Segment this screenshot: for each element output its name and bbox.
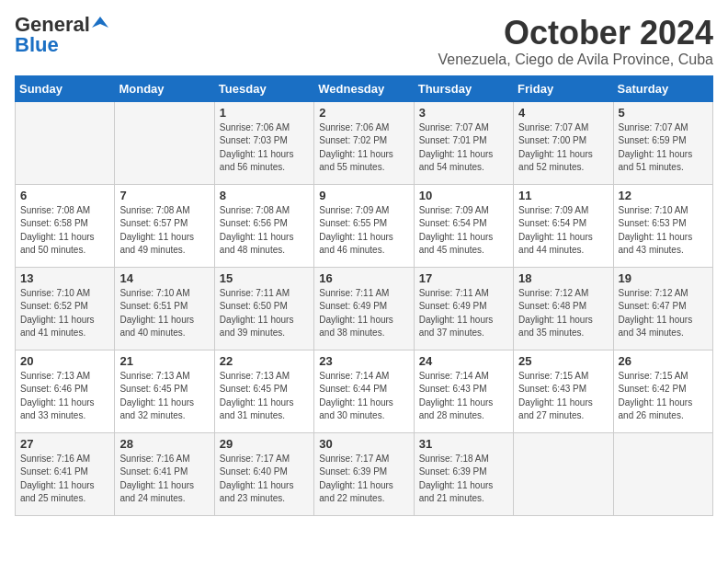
day-number: 11	[518, 189, 608, 202]
cell-info: Sunrise: 7:08 AMSunset: 6:58 PMDaylight:…	[20, 204, 109, 258]
cell-info: Sunrise: 7:14 AMSunset: 6:43 PMDaylight:…	[419, 370, 508, 423]
cell-info: Sunrise: 7:12 AMSunset: 6:48 PMDaylight:…	[518, 287, 608, 340]
day-number: 15	[220, 271, 309, 285]
title-area: October 2024 Venezuela, Ciego de Avila P…	[438, 15, 713, 68]
day-number: 9	[319, 189, 408, 202]
cell-info: Sunrise: 7:08 AMSunset: 6:57 PMDaylight:…	[119, 204, 209, 258]
header: General Blue October 2024 Venezuela, Cie…	[15, 15, 713, 68]
calendar-cell: 23Sunrise: 7:14 AMSunset: 6:44 PMDayligh…	[314, 350, 414, 432]
logo-general-text: General	[15, 15, 90, 35]
cell-info: Sunrise: 7:07 AMSunset: 6:59 PMDaylight:…	[619, 121, 708, 175]
calendar-cell: 22Sunrise: 7:13 AMSunset: 6:45 PMDayligh…	[214, 350, 313, 432]
day-number: 7	[119, 189, 209, 202]
cell-info: Sunrise: 7:13 AMSunset: 6:45 PMDaylight:…	[119, 370, 209, 423]
day-number: 1	[220, 106, 309, 120]
day-number: 28	[119, 437, 209, 451]
cell-info: Sunrise: 7:06 AMSunset: 7:03 PMDaylight:…	[220, 121, 309, 175]
calendar-cell: 13Sunrise: 7:10 AMSunset: 6:52 PMDayligh…	[16, 267, 115, 350]
cell-info: Sunrise: 7:10 AMSunset: 6:53 PMDaylight:…	[619, 204, 708, 258]
calendar-cell: 19Sunrise: 7:12 AMSunset: 6:47 PMDayligh…	[613, 267, 712, 350]
day-number: 10	[419, 189, 508, 202]
calendar-cell: 30Sunrise: 7:17 AMSunset: 6:39 PMDayligh…	[314, 432, 414, 515]
location-title: Venezuela, Ciego de Avila Province, Cuba	[438, 52, 713, 68]
calendar-cell: 8Sunrise: 7:08 AMSunset: 6:56 PMDaylight…	[214, 184, 313, 267]
day-number: 23	[319, 354, 408, 368]
calendar-cell: 26Sunrise: 7:15 AMSunset: 6:42 PMDayligh…	[613, 350, 712, 432]
day-of-week-header: Monday	[115, 75, 214, 101]
calendar-cell: 31Sunrise: 7:18 AMSunset: 6:39 PMDayligh…	[414, 432, 513, 515]
day-number: 3	[419, 106, 508, 120]
calendar-cell: 16Sunrise: 7:11 AMSunset: 6:49 PMDayligh…	[314, 267, 414, 350]
day-number: 5	[619, 106, 708, 120]
day-number: 13	[20, 271, 109, 285]
calendar-cell: 9Sunrise: 7:09 AMSunset: 6:55 PMDaylight…	[314, 184, 414, 267]
cell-info: Sunrise: 7:18 AMSunset: 6:39 PMDaylight:…	[419, 453, 508, 506]
calendar-week-row: 6Sunrise: 7:08 AMSunset: 6:58 PMDaylight…	[16, 184, 713, 267]
cell-info: Sunrise: 7:10 AMSunset: 6:51 PMDaylight:…	[119, 287, 209, 340]
calendar-cell: 24Sunrise: 7:14 AMSunset: 6:43 PMDayligh…	[414, 350, 513, 432]
calendar-cell: 17Sunrise: 7:11 AMSunset: 6:49 PMDayligh…	[414, 267, 513, 350]
cell-info: Sunrise: 7:15 AMSunset: 6:43 PMDaylight:…	[518, 370, 608, 423]
day-number: 20	[20, 354, 109, 368]
cell-info: Sunrise: 7:07 AMSunset: 7:00 PMDaylight:…	[518, 121, 608, 175]
day-number: 12	[619, 189, 708, 202]
calendar-week-row: 27Sunrise: 7:16 AMSunset: 6:41 PMDayligh…	[16, 432, 713, 515]
calendar-week-row: 20Sunrise: 7:13 AMSunset: 6:46 PMDayligh…	[16, 350, 713, 432]
calendar-cell: 6Sunrise: 7:08 AMSunset: 6:58 PMDaylight…	[16, 184, 115, 267]
logo-blue-text: Blue	[15, 35, 59, 55]
cell-info: Sunrise: 7:13 AMSunset: 6:45 PMDaylight:…	[220, 370, 309, 423]
calendar-cell: 5Sunrise: 7:07 AMSunset: 6:59 PMDaylight…	[613, 101, 712, 184]
calendar-cell: 25Sunrise: 7:15 AMSunset: 6:43 PMDayligh…	[514, 350, 613, 432]
day-number: 18	[518, 271, 608, 285]
cell-info: Sunrise: 7:11 AMSunset: 6:49 PMDaylight:…	[319, 287, 408, 340]
cell-info: Sunrise: 7:17 AMSunset: 6:40 PMDaylight:…	[220, 453, 309, 506]
day-number: 14	[119, 271, 209, 285]
calendar-cell: 11Sunrise: 7:09 AMSunset: 6:54 PMDayligh…	[514, 184, 613, 267]
calendar-cell: 29Sunrise: 7:17 AMSunset: 6:40 PMDayligh…	[214, 432, 313, 515]
day-number: 21	[119, 354, 209, 368]
calendar-cell: 4Sunrise: 7:07 AMSunset: 7:00 PMDaylight…	[514, 101, 613, 184]
cell-info: Sunrise: 7:11 AMSunset: 6:49 PMDaylight:…	[419, 287, 508, 340]
day-number: 19	[619, 271, 708, 285]
calendar-table: SundayMondayTuesdayWednesdayThursdayFrid…	[15, 75, 713, 516]
calendar-week-row: 13Sunrise: 7:10 AMSunset: 6:52 PMDayligh…	[16, 267, 713, 350]
calendar-cell: 15Sunrise: 7:11 AMSunset: 6:50 PMDayligh…	[214, 267, 313, 350]
calendar-cell: 1Sunrise: 7:06 AMSunset: 7:03 PMDaylight…	[214, 101, 313, 184]
day-number: 6	[20, 189, 109, 202]
calendar-cell	[514, 432, 613, 515]
day-of-week-header: Tuesday	[214, 75, 313, 101]
calendar-cell: 20Sunrise: 7:13 AMSunset: 6:46 PMDayligh…	[16, 350, 115, 432]
calendar-cell	[115, 101, 214, 184]
cell-info: Sunrise: 7:13 AMSunset: 6:46 PMDaylight:…	[20, 370, 109, 423]
logo-bird-icon	[92, 15, 108, 31]
calendar-week-row: 1Sunrise: 7:06 AMSunset: 7:03 PMDaylight…	[16, 101, 713, 184]
cell-info: Sunrise: 7:09 AMSunset: 6:55 PMDaylight:…	[319, 204, 408, 258]
calendar-header-row: SundayMondayTuesdayWednesdayThursdayFrid…	[16, 75, 713, 101]
cell-info: Sunrise: 7:10 AMSunset: 6:52 PMDaylight:…	[20, 287, 109, 340]
day-number: 27	[20, 437, 109, 451]
calendar-cell: 3Sunrise: 7:07 AMSunset: 7:01 PMDaylight…	[414, 101, 513, 184]
month-title: October 2024	[438, 15, 713, 52]
day-number: 8	[220, 189, 309, 202]
svg-marker-0	[92, 17, 108, 28]
day-of-week-header: Saturday	[613, 75, 712, 101]
day-number: 22	[220, 354, 309, 368]
day-number: 24	[419, 354, 508, 368]
logo: General Blue	[15, 15, 108, 55]
cell-info: Sunrise: 7:07 AMSunset: 7:01 PMDaylight:…	[419, 121, 508, 175]
day-of-week-header: Friday	[514, 75, 613, 101]
day-of-week-header: Thursday	[414, 75, 513, 101]
cell-info: Sunrise: 7:14 AMSunset: 6:44 PMDaylight:…	[319, 370, 408, 423]
cell-info: Sunrise: 7:16 AMSunset: 6:41 PMDaylight:…	[119, 453, 209, 506]
cell-info: Sunrise: 7:09 AMSunset: 6:54 PMDaylight:…	[419, 204, 508, 258]
day-number: 31	[419, 437, 508, 451]
day-number: 30	[319, 437, 408, 451]
cell-info: Sunrise: 7:17 AMSunset: 6:39 PMDaylight:…	[319, 453, 408, 506]
day-number: 25	[518, 354, 608, 368]
calendar-cell	[16, 101, 115, 184]
calendar-cell: 27Sunrise: 7:16 AMSunset: 6:41 PMDayligh…	[16, 432, 115, 515]
calendar-cell: 7Sunrise: 7:08 AMSunset: 6:57 PMDaylight…	[115, 184, 214, 267]
day-of-week-header: Wednesday	[314, 75, 414, 101]
day-number: 2	[319, 106, 408, 120]
cell-info: Sunrise: 7:15 AMSunset: 6:42 PMDaylight:…	[619, 370, 708, 423]
